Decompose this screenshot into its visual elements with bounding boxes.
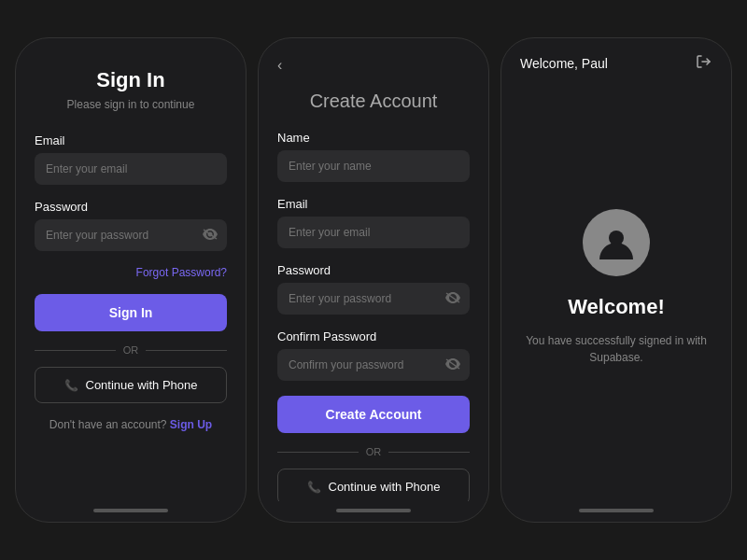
create-password-wrapper: [277, 283, 470, 315]
create-password-field-group: Password: [277, 263, 470, 315]
or-divider: OR: [35, 344, 227, 356]
create-phone-label: Continue with Phone: [329, 480, 441, 494]
signin-screen: Sign In Please sign in to continue Email…: [15, 37, 247, 523]
password-input-wrapper: [35, 219, 227, 251]
password-label: Password: [35, 200, 227, 214]
create-or-divider: OR: [277, 446, 470, 457]
confirm-password-eye-icon[interactable]: [445, 357, 460, 372]
confirm-password-input[interactable]: [277, 349, 470, 381]
password-eye-icon[interactable]: [203, 228, 218, 243]
home-indicator: [93, 509, 168, 512]
confirm-password-wrapper: [277, 349, 470, 381]
logout-icon[interactable]: [696, 53, 712, 74]
continue-phone-label: Continue with Phone: [86, 378, 198, 392]
create-phone-button[interactable]: 📞 Continue with Phone: [277, 469, 470, 501]
avatar: [583, 209, 650, 276]
create-email-label: Email: [277, 197, 470, 211]
forgot-password-link[interactable]: Forgot Password?: [35, 266, 227, 279]
confirm-password-label: Confirm Password: [277, 329, 470, 343]
confirm-password-field-group: Confirm Password: [277, 329, 470, 381]
welcome-username: Welcome, Paul: [520, 56, 608, 71]
create-password-input[interactable]: [277, 283, 470, 315]
create-account-screen: ‹ Create Account Name Email Password: [258, 37, 489, 523]
divider-line-right: [146, 350, 227, 351]
signin-button[interactable]: Sign In: [35, 294, 227, 331]
create-password-label: Password: [277, 263, 470, 277]
email-label: Email: [35, 133, 227, 147]
no-account-text: Don't have an account?: [49, 418, 167, 431]
divider-line-left: [35, 350, 116, 351]
create-phone-icon: 📞: [307, 481, 321, 494]
signup-link[interactable]: Sign Up: [170, 418, 212, 431]
create-password-eye-icon[interactable]: [445, 291, 460, 306]
password-field-group: Password: [35, 200, 227, 251]
create-email-field-group: Email: [277, 197, 470, 248]
email-field-group: Email: [35, 133, 227, 185]
signin-title: Sign In: [35, 68, 227, 92]
name-label: Name: [277, 131, 470, 145]
welcome-screen: Welcome, Paul Welcome! You have successf…: [500, 37, 732, 523]
welcome-home-indicator: [579, 509, 654, 512]
phone-icon: 📞: [64, 379, 78, 392]
back-button[interactable]: ‹: [277, 57, 470, 74]
email-input[interactable]: [35, 153, 227, 185]
create-email-input[interactable]: [277, 217, 470, 248]
welcome-header: Welcome, Paul: [501, 38, 731, 74]
create-home-indicator: [336, 509, 411, 512]
welcome-body: Welcome! You have successfully signed in…: [501, 74, 731, 501]
continue-phone-button[interactable]: 📞 Continue with Phone: [35, 367, 227, 403]
create-title: Create Account: [277, 91, 470, 112]
or-text: OR: [123, 344, 139, 356]
welcome-title: Welcome!: [568, 295, 665, 319]
signin-subtitle: Please sign in to continue: [35, 98, 227, 111]
signup-prompt: Don't have an account? Sign Up: [35, 418, 227, 431]
create-or-text: OR: [366, 446, 382, 457]
name-input[interactable]: [277, 150, 470, 182]
name-field-group: Name: [277, 131, 470, 182]
welcome-description: You have successfully signed in with Sup…: [520, 332, 712, 366]
password-input[interactable]: [35, 219, 227, 251]
create-divider-right: [388, 452, 470, 453]
create-account-button[interactable]: Create Account: [277, 396, 470, 433]
create-divider-left: [277, 452, 359, 453]
